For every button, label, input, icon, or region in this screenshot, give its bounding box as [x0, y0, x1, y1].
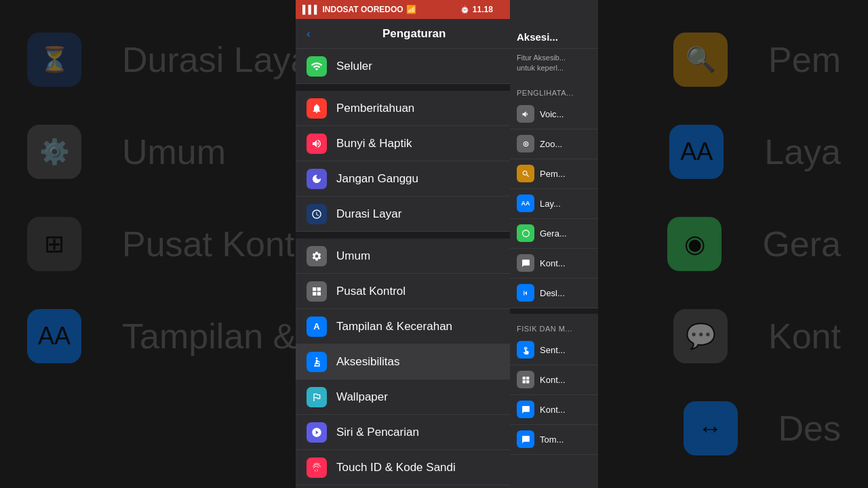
tampilan-icon-text: A — [313, 321, 319, 331]
bg-icon-layar: AA — [669, 125, 724, 179]
accessibility-desc-text: Fitur Aksesib... — [517, 54, 566, 62]
lay-icon-text: AA — [521, 200, 530, 207]
kont-label: Kont... — [540, 258, 566, 268]
section-header-fisik: FISIK DAN M... — [510, 314, 598, 336]
sent-icon — [517, 341, 534, 359]
tampilan-icon: A — [307, 317, 327, 337]
umum-icon — [307, 246, 327, 266]
signal-icon: ▌▌▌ — [302, 5, 320, 14]
durasi-icon — [307, 204, 327, 224]
bg-icon-tampilan: AA — [27, 309, 81, 363]
bg-label-umum: Umum — [122, 131, 226, 172]
right-item-gera[interactable]: Gera... — [510, 219, 598, 249]
sent-label: Sent... — [540, 345, 566, 355]
kont2-icon — [517, 371, 534, 388]
bg-label-pem: Pem — [768, 39, 841, 80]
right-item-kont[interactable]: Kont... — [510, 249, 598, 279]
nav-back-button[interactable]: ‹ — [307, 27, 311, 41]
right-item-desl[interactable]: Desl... — [510, 279, 598, 308]
pem-label: Pem... — [540, 169, 566, 179]
bg-label-durasi: Durasi Layar — [122, 39, 322, 80]
bg-icon-pusat: ⊞ — [27, 217, 81, 271]
section-header-penglihatan: PENGLIHATA... — [510, 78, 598, 100]
bg-icon-gera: ◉ — [667, 217, 722, 271]
bg-label-layar: Laya — [764, 131, 841, 172]
bg-label-gera: Gera — [762, 224, 841, 264]
accessibility-panel: Aksesi... Fitur Aksesib... untuk keperl.… — [510, 0, 598, 488]
right-item-zoom[interactable]: Zoo... — [510, 129, 598, 159]
desl-label: Desl... — [540, 288, 565, 298]
right-item-lay[interactable]: AA Lay... — [510, 189, 598, 219]
right-item-voic[interactable]: Voic... — [510, 100, 598, 129]
right-item-tom[interactable]: Tom... — [510, 425, 598, 455]
pusat-icon — [307, 281, 327, 302]
jangan-icon — [307, 169, 327, 189]
bg-icon-kont: 💬 — [673, 309, 728, 363]
accessibility-description: Fitur Aksesib... untuk keperl... — [510, 49, 598, 78]
bg-label-kont: Kont — [768, 316, 841, 357]
status-left: ▌▌▌ INDOSAT OOREDOO 📶 — [302, 5, 416, 14]
tom-icon — [517, 430, 534, 448]
zoom-icon — [517, 135, 534, 152]
pemberitahuan-icon — [307, 98, 327, 119]
status-center: ⏰ 11.18 — [460, 5, 493, 14]
alarm-icon: ⏰ — [460, 5, 470, 14]
gera-icon — [517, 224, 534, 242]
wifi-icon: 📶 — [406, 5, 416, 14]
carrier-label: INDOSAT OOREDOO — [323, 5, 403, 14]
kont3-icon — [517, 401, 534, 418]
bg-icon-durasi: ⏳ — [27, 33, 81, 87]
lay-icon: AA — [517, 195, 534, 212]
siri-icon — [307, 422, 327, 443]
kont2-label: Kont... — [540, 375, 566, 385]
right-panel-header: Aksesi... — [510, 0, 598, 49]
right-item-kont3[interactable]: Kont... — [510, 395, 598, 425]
bg-icon-pem: 🔍 — [673, 33, 728, 87]
aksesibilitas-icon — [307, 352, 327, 372]
right-item-kont2[interactable]: Kont... — [510, 365, 598, 395]
zoom-label: Zoo... — [540, 139, 562, 149]
back-chevron-icon: ‹ — [307, 27, 311, 41]
voic-icon — [517, 105, 534, 123]
touchid-icon — [307, 458, 327, 478]
right-panel-title: Aksesi... — [517, 31, 558, 43]
gera-label: Gera... — [540, 228, 567, 239]
lay-label: Lay... — [540, 199, 561, 209]
wallpaper-icon — [307, 387, 327, 407]
voic-label: Voic... — [540, 109, 564, 119]
svg-point-0 — [316, 357, 318, 359]
right-item-pem[interactable]: Pem... — [510, 159, 598, 189]
bg-icon-des: ↔ — [684, 401, 738, 455]
pem-icon — [517, 165, 534, 182]
nav-title: Pengaturan — [382, 27, 446, 41]
tom-label: Tom... — [540, 434, 564, 445]
bunyi-icon — [307, 134, 327, 154]
kont3-label: Kont... — [540, 405, 566, 415]
right-item-sent[interactable]: Sent... — [510, 336, 598, 365]
seluler-icon — [307, 56, 327, 77]
right-separator — [510, 308, 598, 314]
accessibility-desc-text2: untuk keperl... — [517, 64, 564, 72]
bg-label-des: Des — [778, 408, 841, 449]
time-label: 11.18 — [473, 5, 493, 14]
kont-icon — [517, 254, 534, 272]
desl-icon — [517, 284, 534, 302]
bg-icon-umum: ⚙️ — [27, 125, 81, 179]
